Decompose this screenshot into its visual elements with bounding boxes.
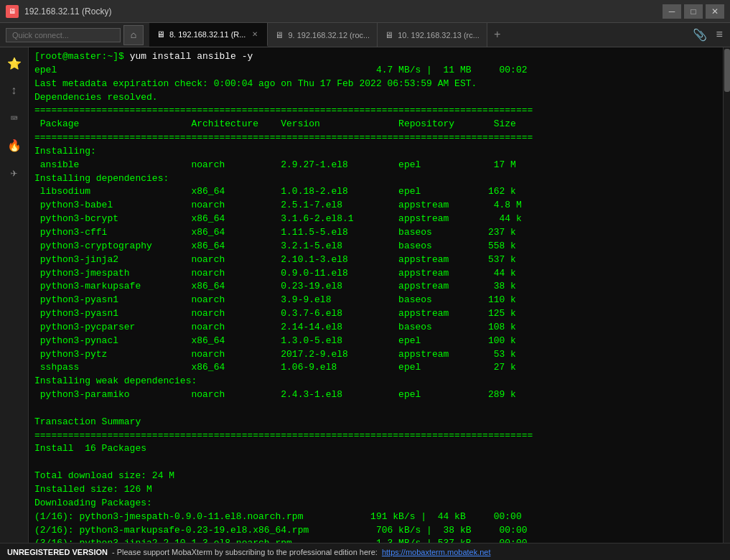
terminal-line: (2/16): python3-markupsafe-0.23-19.el8.x… [34, 524, 717, 538]
window-title: 192.168.32.11 (Rocky) [24, 6, 111, 17]
terminal-line: Install 16 Packages [34, 442, 717, 456]
unregistered-label: UNREGISTERED VERSION [7, 548, 108, 556]
terminal-line: python3-bcrypt x86_64 3.1.6-2.el8.1 apps… [34, 213, 717, 226]
terminal-line: python3-pycparser noarch 2.14-14.el8 bas… [34, 321, 717, 335]
terminal-line: libsodium x86_64 1.0.18-2.el8 epel 162 k [34, 185, 717, 199]
terminal-blank [34, 402, 717, 416]
sidebar: ⭐ ↕ ⌨ 🔥 ✈ [0, 47, 29, 543]
terminal-section: Transaction Summary [34, 416, 717, 429]
tab-1[interactable]: 🖥 8. 192.168.32.11 (R... ✕ [149, 23, 268, 47]
terminal-line: Installed size: 126 M [34, 483, 717, 497]
home-button[interactable]: ⌂ [123, 25, 144, 45]
tab-2-icon: 🖥 [275, 30, 284, 40]
tab-3-icon: 🖥 [385, 30, 393, 40]
terminal-line: Last metadata expiration check: 0:00:04 … [34, 78, 717, 91]
tab-1-label: 8. 192.168.32.11 (R... [169, 30, 245, 39]
terminal-line: ansible noarch 2.9.27-1.el8 epel 17 M [34, 159, 717, 172]
terminal-line: python3-pyasn1 noarch 0.3.7-6.el8 appstr… [34, 307, 717, 321]
status-message: - Please support MobaXterm by subscribin… [112, 548, 378, 556]
main-area: ⭐ ↕ ⌨ 🔥 ✈ [root@master:~]$ yum install a… [0, 47, 730, 543]
terminal-line: python3-pyasn1 noarch 3.9-9.el8 baseos 1… [34, 294, 717, 307]
terminal-separator: ========================================… [34, 131, 717, 145]
status-link[interactable]: https://mobaxterm.mobatek.net [382, 548, 491, 556]
tab-1-close[interactable]: ✕ [250, 29, 260, 39]
terminal-line: Total download size: 24 M [34, 470, 717, 483]
terminal-line: python3-pynacl x86_64 1.3.0-5.el8 epel 1… [34, 335, 717, 348]
terminal-line: python3-markupsafe x86_64 0.23-19.el8 ap… [34, 280, 717, 294]
tab-2-label: 9. 192.168.32.12 (roc... [288, 31, 370, 39]
tab-3-label: 10. 192.168.32.13 (rc... [398, 31, 479, 39]
menu-icon[interactable]: ≡ [713, 27, 726, 43]
status-bar: UNREGISTERED VERSION - Please support Mo… [0, 543, 730, 560]
sidebar-btn-fire[interactable]: 🔥 [4, 135, 25, 157]
app-icon: 🖥 [6, 5, 19, 18]
sidebar-btn-settings[interactable]: ✈ [4, 162, 25, 184]
terminal-blank [34, 456, 717, 470]
sidebar-btn-sftp[interactable]: ↕ [4, 80, 25, 102]
terminal-line: Dependencies resolved. [34, 91, 717, 105]
tab-1-icon: 🖥 [156, 29, 165, 39]
terminal-line: python3-pytz noarch 2017.2-9.el8 appstre… [34, 348, 717, 362]
terminal-line: python3-cryptography x86_64 3.2.1-5.el8 … [34, 240, 717, 253]
scrollbar-thumb[interactable] [724, 49, 730, 92]
tabs-area: 🖥 8. 192.168.32.11 (R... ✕ 🖥 9. 192.168.… [149, 23, 685, 47]
terminal-line: [root@master:~]$ yum install ansible -y [34, 50, 717, 64]
terminal-line: sshpass x86_64 1.06-9.el8 epel 27 k [34, 361, 717, 375]
tab-left-area: ⌂ [0, 23, 149, 47]
maximize-button[interactable]: □ [684, 4, 703, 19]
terminal-line: python3-paramiko noarch 2.4.3-1.el8 epel… [34, 388, 717, 402]
terminal-line: (3/16): python3-jinja2-2.10.1-3.el8.noar… [34, 537, 717, 543]
terminal-section: Installing: [34, 145, 717, 159]
terminal-separator: ========================================… [34, 104, 717, 118]
new-tab-button[interactable]: + [487, 23, 507, 47]
vertical-scrollbar[interactable] [723, 47, 730, 543]
tab-right-controls: 📎 ≡ [685, 23, 730, 47]
terminal-line: python3-babel noarch 2.5.1-7.el8 appstre… [34, 199, 717, 213]
terminal-line: python3-jmespath noarch 0.9.0-11.el8 app… [34, 267, 717, 281]
terminal-section: Installing weak dependencies: [34, 375, 717, 388]
tab-2[interactable]: 🖥 9. 192.168.32.12 (roc... [268, 23, 378, 47]
close-button[interactable]: ✕ [706, 4, 724, 19]
attachment-icon[interactable]: 📎 [690, 27, 710, 44]
terminal-line: epel 4.7 MB/s | 11 MB 00:02 [34, 64, 717, 78]
terminal-line: Downloading Packages: [34, 497, 717, 510]
terminal-line: python3-jinja2 noarch 2.10.1-3.el8 appst… [34, 253, 717, 267]
minimize-button[interactable]: ─ [663, 4, 681, 19]
sidebar-btn-keyboard[interactable]: ⌨ [4, 108, 25, 129]
terminal-section: Installing dependencies: [34, 172, 717, 186]
title-bar: 🖥 192.168.32.11 (Rocky) ─ □ ✕ [0, 0, 730, 23]
quick-connect-input[interactable] [6, 28, 121, 42]
tab-3[interactable]: 🖥 10. 192.168.32.13 (rc... [378, 23, 487, 47]
terminal-area: [root@master:~]$ yum install ansible -y … [29, 47, 723, 543]
sidebar-btn-sessions[interactable]: ⭐ [4, 53, 25, 75]
tab-bar: ⌂ 🖥 8. 192.168.32.11 (R... ✕ 🖥 9. 192.16… [0, 23, 730, 47]
window-controls: ─ □ ✕ [663, 4, 724, 19]
terminal-line: python3-cffi x86_64 1.11.5-5.el8 baseos … [34, 226, 717, 240]
terminal-header: Package Architecture Version Repository … [34, 118, 717, 131]
terminal-line: (1/16): python3-jmespath-0.9.0-11.el8.no… [34, 510, 717, 524]
terminal-content[interactable]: [root@master:~]$ yum install ansible -y … [29, 47, 723, 543]
terminal-separator: ========================================… [34, 429, 717, 443]
